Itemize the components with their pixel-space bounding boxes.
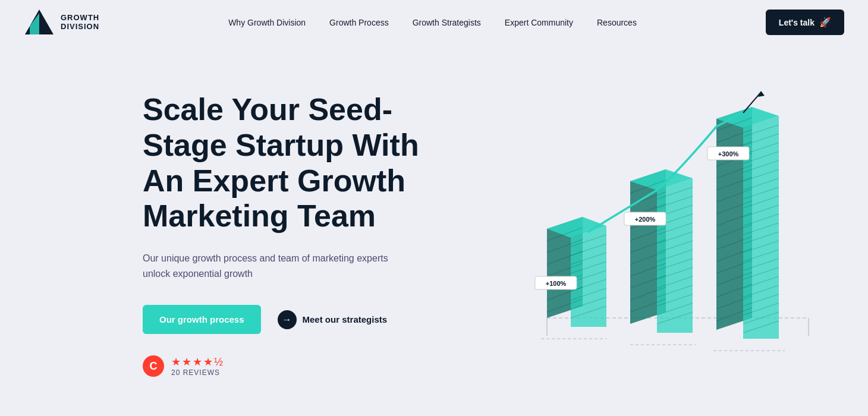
main-nav: Why Growth Division Growth Process Growt… [228, 18, 637, 27]
trusted-text: Trusted by 90+ startupsincluding: [143, 412, 236, 416]
hero-title: Scale Your Seed-Stage Startup With An Ex… [143, 92, 428, 234]
clutch-icon: C [143, 355, 164, 377]
nav-strategists[interactable]: Growth Strategists [413, 18, 481, 27]
svg-text:+200%: +200% [635, 216, 656, 223]
chart-illustration: +100% +200% +300% [488, 74, 832, 383]
meet-strategists-link[interactable]: → Meet our strategists [278, 310, 388, 329]
nav-why[interactable]: Why Growth Division [228, 18, 306, 27]
cta-row: Our growth process → Meet our strategist… [143, 305, 428, 334]
lets-talk-button[interactable]: Let's talk 🚀 [766, 10, 844, 35]
logo-icon [24, 7, 55, 38]
svg-text:+100%: +100% [546, 280, 567, 287]
review-row: C ★★★★½ 20 REVIEWS [143, 355, 428, 377]
logo-bottom: DIVISION [61, 23, 99, 31]
hero-section: Scale Your Seed-Stage Startup With An Ex… [0, 45, 868, 401]
svg-text:+300%: +300% [718, 150, 739, 157]
nav-community[interactable]: Expert Community [505, 18, 573, 27]
hero-content: Scale Your Seed-Stage Startup With An Ex… [143, 80, 428, 377]
review-count: 20 REVIEWS [171, 368, 224, 377]
review-stars-area: ★★★★½ 20 REVIEWS [171, 355, 224, 377]
trusted-section: Trusted by 90+ startupsincluding: A ADDL… [0, 401, 868, 416]
hero-subtitle: Our unique growth process and team of ma… [143, 251, 398, 281]
growth-chart-svg: +100% +200% +300% [488, 74, 832, 383]
nav-resources[interactable]: Resources [597, 18, 637, 27]
stars: ★★★★½ [171, 355, 224, 368]
logo[interactable]: GROWTH DIVISION [24, 7, 99, 38]
arrow-circle-icon: → [278, 310, 297, 329]
nav-process[interactable]: Growth Process [329, 18, 389, 27]
logo-top: GROWTH [61, 14, 99, 22]
growth-process-button[interactable]: Our growth process [143, 305, 261, 334]
rocket-icon: 🚀 [819, 17, 831, 28]
